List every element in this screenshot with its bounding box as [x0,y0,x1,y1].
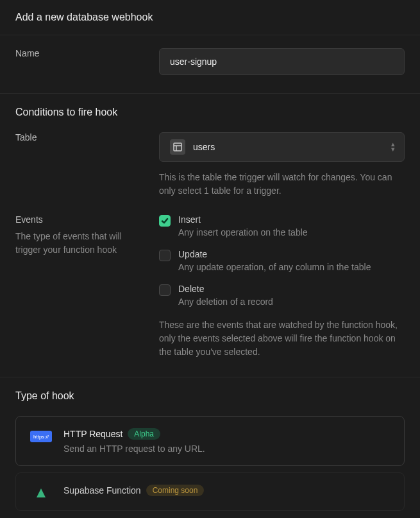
event-insert-title: Insert [178,214,405,225]
hook-option-http[interactable]: https:// HTTP Request Alpha Send an HTTP… [15,416,405,466]
table-helper-text: This is the table the trigger will watch… [159,171,405,198]
svg-rect-0 [174,143,181,151]
hook-function-title: Supabase Function [63,485,141,496]
http-icon: https:// [30,431,52,442]
alpha-badge: Alpha [128,428,160,440]
event-delete-title: Delete [178,284,405,294]
event-insert-checkbox[interactable] [159,215,171,227]
hook-http-title: HTTP Request [63,429,122,439]
event-update-desc: Any update operation, of any column in t… [178,262,405,272]
hook-http-desc: Send an HTTP request to any URL. [63,444,390,454]
table-select-value: users [193,142,215,152]
table-select[interactable]: users ▴▾ [159,132,405,162]
chevron-up-down-icon: ▴▾ [391,142,395,151]
conditions-heading: Conditions to fire hook [15,107,405,118]
name-label: Name [15,48,149,58]
events-label: Events [15,214,149,225]
event-update-title: Update [178,249,405,259]
function-icon [30,487,52,499]
coming-soon-badge: Coming soon [146,485,205,496]
events-helper-text: These are the events that are watched by… [159,318,405,359]
page-title: Add a new database webhook [15,12,405,23]
event-delete-checkbox[interactable] [159,284,171,296]
name-input[interactable] [159,48,405,75]
hook-type-heading: Type of hook [15,390,405,402]
event-update-checkbox[interactable] [159,250,171,261]
events-label-desc: The type of events that will trigger you… [15,230,149,257]
event-delete-desc: Any deletion of a record [178,297,405,307]
hook-option-function[interactable]: Supabase Function Coming soon [15,472,405,511]
event-insert-desc: Any insert operation on the table [178,227,405,237]
table-label: Table [15,132,149,142]
table-icon [170,139,185,155]
